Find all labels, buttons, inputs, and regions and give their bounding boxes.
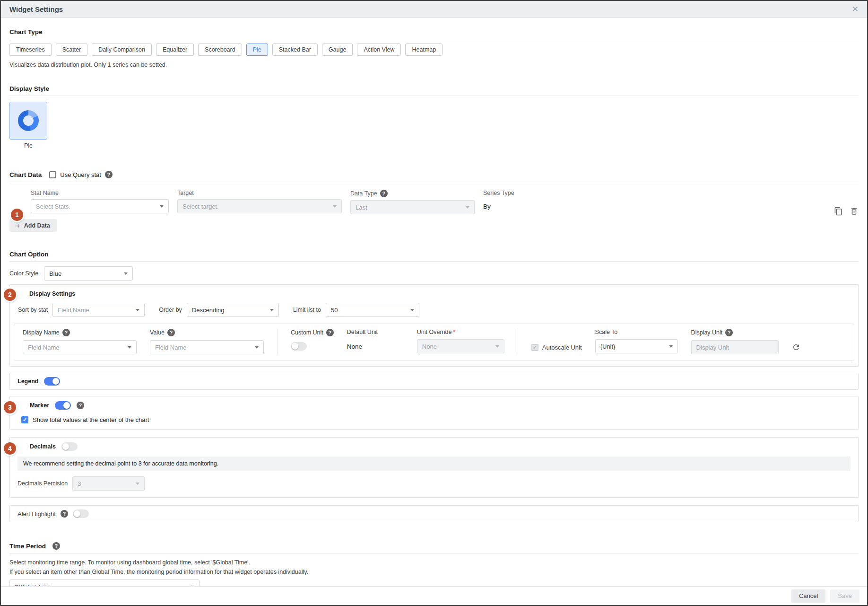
use-query-stat-help-icon[interactable]: ? xyxy=(105,171,113,178)
divider xyxy=(9,96,859,96)
chevron-down-icon xyxy=(128,346,131,349)
show-total-values-checkbox[interactable]: ✓ xyxy=(21,416,28,423)
decimals-precision-select: 3 xyxy=(72,476,145,491)
chart-type-scoreboard[interactable]: Scoreboard xyxy=(198,44,242,56)
marker-box: 3 Marker ? ✓ Show total values at the ce… xyxy=(9,396,859,430)
chevron-down-icon xyxy=(333,205,337,208)
chart-type-options: Timeseries Scatter Daily Comparison Equa… xyxy=(9,44,859,56)
display-style-pie-tile[interactable] xyxy=(9,102,47,140)
data-type-help-icon[interactable]: ? xyxy=(380,190,388,197)
display-unit-help-icon[interactable]: ? xyxy=(725,329,733,336)
custom-unit-toggle[interactable] xyxy=(291,342,307,351)
unit-override-label: Unit Override * xyxy=(417,329,504,335)
series-type-value: By xyxy=(483,199,514,213)
chart-type-action-view[interactable]: Action View xyxy=(357,44,401,56)
data-type-label: Data Type ? xyxy=(350,190,475,197)
add-data-button[interactable]: + Add Data xyxy=(9,219,57,232)
scale-to-select[interactable]: {Unit} xyxy=(595,339,678,353)
chevron-down-icon xyxy=(669,345,673,348)
legend-label: Legend xyxy=(17,378,38,385)
divider xyxy=(9,553,859,553)
chart-type-gauge[interactable]: Gauge xyxy=(322,44,353,56)
step-badge-1: 1 xyxy=(11,209,23,221)
display-name-label: Display Name ? xyxy=(23,329,137,336)
chevron-down-icon xyxy=(495,345,499,348)
display-unit-input: Display Unit xyxy=(691,340,779,354)
sort-by-stat-select[interactable]: Field Name xyxy=(52,303,145,317)
decimals-label: Decimals xyxy=(30,443,56,450)
color-style-label: Color Style xyxy=(9,270,38,277)
time-period-description-1: Select monitoring time range. To monitor… xyxy=(9,559,859,566)
show-total-values-label: Show total values at the center of the c… xyxy=(33,416,149,423)
chevron-down-icon xyxy=(136,483,139,485)
default-unit-label: Default Unit xyxy=(347,329,404,335)
order-by-label: Order by xyxy=(159,307,182,313)
refresh-icon[interactable] xyxy=(792,343,800,351)
step-badge-2: 2 xyxy=(4,289,16,301)
chart-data-heading-text: Chart Data xyxy=(9,171,42,178)
chart-type-scatter[interactable]: Scatter xyxy=(56,44,88,56)
chart-option-heading: Chart Option xyxy=(9,251,859,258)
dialog-footer: Cancel Save xyxy=(1,586,867,605)
display-name-select[interactable]: Field Name xyxy=(23,340,137,354)
stat-name-select[interactable]: Select Stats. xyxy=(31,199,169,213)
autoscale-unit-checkbox: ✓ xyxy=(531,344,538,351)
limit-list-label: Limit list to xyxy=(293,307,321,313)
cancel-button[interactable]: Cancel xyxy=(791,589,825,603)
chevron-down-icon xyxy=(410,309,414,311)
alert-highlight-label: Alert Highlight xyxy=(17,510,56,518)
use-query-stat-checkbox[interactable] xyxy=(49,171,56,178)
legend-box: Legend xyxy=(9,373,859,390)
divider xyxy=(9,182,859,182)
limit-list-select[interactable]: 50 xyxy=(326,303,419,317)
decimals-info-text: We recommend setting the decimal point t… xyxy=(17,457,851,471)
time-period-heading: Time Period ? xyxy=(9,542,859,550)
value-help-icon[interactable]: ? xyxy=(167,329,175,336)
sort-by-stat-label: Sort by stat xyxy=(18,307,48,313)
alert-highlight-toggle[interactable] xyxy=(73,509,89,518)
decimals-toggle[interactable] xyxy=(61,442,78,451)
close-icon[interactable]: ✕ xyxy=(852,5,859,13)
display-unit-label: Display Unit ? xyxy=(691,329,779,336)
scale-to-label: Scale To xyxy=(595,329,678,335)
color-style-select[interactable]: Blue xyxy=(44,266,133,281)
marker-toggle[interactable] xyxy=(55,401,71,410)
chart-type-equalizer[interactable]: Equalizer xyxy=(156,44,194,56)
chart-type-daily-comparison[interactable]: Daily Comparison xyxy=(92,44,152,56)
stat-name-label: Stat Name xyxy=(31,190,169,196)
chart-type-pie[interactable]: Pie xyxy=(246,44,268,56)
plus-icon: + xyxy=(16,221,20,229)
value-label: Value ? xyxy=(150,329,264,336)
alert-highlight-help-icon[interactable]: ? xyxy=(61,510,68,518)
step-badge-4: 4 xyxy=(4,442,16,455)
widget-settings-dialog: Widget Settings ✕ Chart Type Timeseries … xyxy=(0,0,868,606)
chart-data-row: 1 Stat Name Select Stats. Target Select … xyxy=(9,190,859,214)
marker-label: Marker xyxy=(30,402,49,409)
chevron-down-icon xyxy=(466,206,469,209)
chevron-down-icon xyxy=(160,205,164,208)
duplicate-row-icon[interactable] xyxy=(834,207,843,216)
delete-row-icon[interactable] xyxy=(850,207,859,216)
chart-type-timeseries[interactable]: Timeseries xyxy=(9,44,52,56)
divider xyxy=(9,261,859,262)
time-period-help-icon[interactable]: ? xyxy=(52,542,60,550)
step-badge-3: 3 xyxy=(4,401,16,413)
chevron-down-icon xyxy=(270,309,274,311)
legend-toggle[interactable] xyxy=(44,377,60,386)
order-by-select[interactable]: Descending xyxy=(187,303,279,317)
dialog-header: Widget Settings ✕ xyxy=(1,1,867,18)
chart-type-heading: Chart Type xyxy=(9,28,859,35)
unit-settings-box: Display Name ? Field Name Value ? Field … xyxy=(14,324,854,360)
unit-override-select: None xyxy=(417,339,504,353)
display-settings-box: 2 Display Settings Sort by stat Field Na… xyxy=(9,284,859,367)
marker-help-icon[interactable]: ? xyxy=(77,402,84,409)
default-unit-value: None xyxy=(347,339,404,353)
value-select[interactable]: Field Name xyxy=(150,340,264,354)
save-button[interactable]: Save xyxy=(830,589,859,603)
chevron-down-icon xyxy=(136,309,139,311)
chart-type-heatmap[interactable]: Heatmap xyxy=(405,44,443,56)
display-name-help-icon[interactable]: ? xyxy=(62,329,70,336)
dialog-title: Widget Settings xyxy=(9,5,63,13)
custom-unit-help-icon[interactable]: ? xyxy=(326,329,334,336)
chart-type-stacked-bar[interactable]: Stacked Bar xyxy=(272,44,318,56)
